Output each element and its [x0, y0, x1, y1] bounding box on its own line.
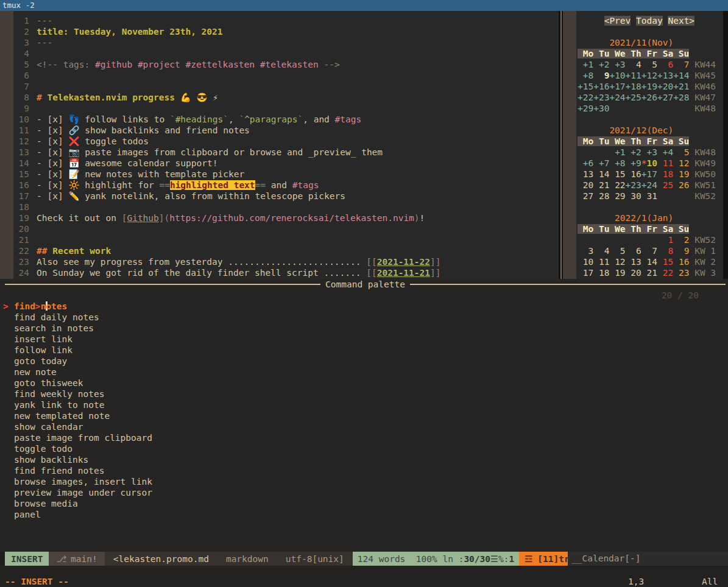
calendar-day[interactable]: +3: [641, 147, 657, 157]
calendar-day[interactable]: +13: [657, 71, 673, 80]
calendar-day[interactable]: 16: [673, 257, 689, 267]
editor-line[interactable]: - [x] 📅 awesome calendar support!: [37, 158, 441, 169]
calendar-day[interactable]: +3: [609, 60, 625, 69]
palette-item[interactable]: preview image under cursor: [3, 487, 728, 498]
calendar-day[interactable]: +16: [593, 82, 609, 91]
editor-scrollbar[interactable]: [0, 11, 13, 279]
calendar-day[interactable]: 14: [593, 169, 609, 179]
palette-prompt[interactable]: >: [3, 290, 728, 301]
palette-item[interactable]: show calendar: [3, 421, 728, 432]
calendar-day[interactable]: +1: [578, 60, 593, 69]
calendar-day[interactable]: +23: [593, 93, 609, 102]
palette-item[interactable]: goto thisweek: [3, 378, 728, 388]
prev-button[interactable]: <Prev: [604, 16, 631, 26]
calendar-day[interactable]: +10: [609, 71, 625, 80]
editor-line[interactable]: - [x] 👣 follow links to `#headings`, `^p…: [37, 114, 441, 125]
calendar-day[interactable]: 3: [578, 246, 593, 256]
editor-line[interactable]: title: Tuesday, November 23th, 2021: [37, 26, 441, 37]
editor-line[interactable]: Check it out on [Github](https://github.…: [37, 213, 441, 223]
calendar-day[interactable]: 4: [593, 246, 609, 256]
calendar-day[interactable]: +25: [626, 93, 641, 102]
calendar-day[interactable]: 31: [641, 191, 657, 201]
calendar-day[interactable]: +19: [641, 82, 657, 91]
calendar-day[interactable]: 7: [673, 60, 689, 69]
editor-line[interactable]: [37, 103, 441, 114]
editor-line[interactable]: [37, 234, 441, 245]
calendar-day[interactable]: 5: [673, 147, 689, 157]
palette-item[interactable]: new templated note: [3, 410, 728, 421]
calendar-day[interactable]: +24: [609, 93, 625, 102]
calendar-day[interactable]: 9: [593, 71, 609, 80]
calendar-day[interactable]: +1: [609, 147, 625, 157]
calendar-day[interactable]: +21: [673, 82, 689, 91]
calendar-day[interactable]: 20: [578, 180, 593, 190]
palette-item[interactable]: paste image from clipboard: [3, 432, 728, 443]
editor-line[interactable]: - [x] 🔆 highlight for ==highlighted text…: [37, 180, 441, 191]
calendar-day[interactable]: +18: [626, 82, 641, 91]
calendar-day[interactable]: +7: [593, 158, 609, 168]
calendar-day[interactable]: +29: [578, 104, 593, 113]
calendar-day[interactable]: +8: [578, 71, 593, 80]
palette-item[interactable]: yank link to note: [3, 399, 728, 410]
calendar-day[interactable]: 19: [673, 169, 689, 179]
calendar-day[interactable]: +17: [641, 169, 657, 179]
calendar-day[interactable]: 9: [673, 246, 689, 256]
palette-item[interactable]: goto today: [3, 356, 728, 367]
editor-line[interactable]: # Telekasten.nvim progress 💪 😎 ⚡: [37, 92, 441, 103]
calendar-day[interactable]: 30: [626, 191, 641, 201]
calendar-day[interactable]: +11: [626, 71, 641, 80]
calendar-day[interactable]: 5: [609, 246, 625, 256]
calendar-day[interactable]: 22: [657, 268, 673, 278]
calendar-day[interactable]: 5: [641, 60, 657, 69]
editor-line[interactable]: ## Recent work: [37, 245, 441, 256]
calendar-day[interactable]: 18: [657, 169, 673, 179]
editor-line[interactable]: - [x] ❌ toggle todos: [37, 136, 441, 147]
calendar-day[interactable]: 14: [641, 257, 657, 267]
calendar-day[interactable]: 22: [609, 180, 625, 190]
calendar-day[interactable]: +2: [626, 147, 641, 157]
calendar-day[interactable]: 2: [673, 235, 689, 245]
palette-item[interactable]: find weekly notes: [3, 388, 728, 399]
palette-item[interactable]: new note: [3, 367, 728, 378]
palette-item[interactable]: find daily notes: [3, 312, 728, 323]
calendar-window[interactable]: <Prev Today Next> 2021/11(Nov) Mo Tu We …: [563, 11, 723, 279]
calendar-day[interactable]: +26: [641, 93, 657, 102]
calendar-day[interactable]: 15: [657, 257, 673, 267]
calendar-day[interactable]: 21: [641, 268, 657, 278]
palette-item[interactable]: find friend notes: [3, 465, 728, 476]
calendar-day[interactable]: +24: [641, 180, 657, 190]
editor-window[interactable]: 123456789101112131415161718192021222324 …: [0, 11, 559, 279]
calendar-day[interactable]: 19: [609, 268, 625, 278]
calendar-day[interactable]: +30: [593, 104, 609, 113]
editor-line[interactable]: [37, 223, 441, 234]
calendar-day[interactable]: 28: [593, 191, 609, 201]
calendar-day[interactable]: 27: [578, 191, 593, 201]
palette-item[interactable]: follow link: [3, 345, 728, 356]
calendar-day[interactable]: 13: [578, 169, 593, 179]
calendar-day[interactable]: 6: [657, 60, 673, 69]
calendar-scrollbar[interactable]: [563, 11, 576, 279]
calendar-day[interactable]: 8: [657, 246, 673, 256]
calendar-day[interactable]: 25: [657, 180, 673, 190]
palette-item[interactable]: browse media: [3, 498, 728, 509]
next-button[interactable]: Next>: [668, 16, 694, 26]
editor-line[interactable]: [37, 48, 441, 59]
editor-text[interactable]: ---title: Tuesday, November 23th, 2021--…: [37, 15, 441, 279]
calendar-day[interactable]: 7: [641, 246, 657, 256]
editor-line[interactable]: ---: [37, 15, 441, 26]
editor-line[interactable]: - [x] 🔗 show backlinks and friend notes: [37, 125, 441, 136]
calendar-day[interactable]: 4: [626, 60, 641, 69]
editor-line[interactable]: Also see my progress from yesterday ....…: [37, 256, 441, 267]
calendar-day[interactable]: +4: [657, 147, 673, 157]
calendar-day[interactable]: 11: [593, 257, 609, 267]
editor-line[interactable]: - [x] ✏️ yank notelink, also from within…: [37, 191, 441, 202]
palette-item[interactable]: >find notes: [3, 301, 728, 312]
palette-item[interactable]: browse images, insert link: [3, 476, 728, 487]
calendar-day[interactable]: +27: [657, 93, 673, 102]
calendar-day[interactable]: 1: [657, 235, 673, 245]
calendar-day[interactable]: +9: [626, 158, 641, 168]
calendar-day[interactable]: 10: [578, 257, 593, 267]
calendar-day[interactable]: 11: [657, 158, 673, 168]
calendar-day[interactable]: 16: [626, 169, 641, 179]
calendar-day[interactable]: +6: [578, 158, 593, 168]
